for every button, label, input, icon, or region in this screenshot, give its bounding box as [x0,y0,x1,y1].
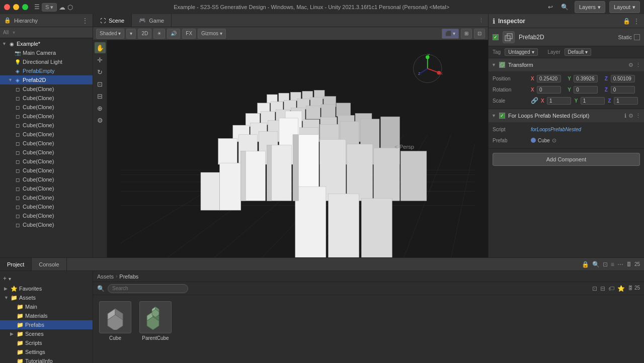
tab-game[interactable]: 🎮 Game [132,14,172,27]
list-item[interactable]: ◻Cube(Clone) [0,139,93,148]
list-item[interactable]: ◻Cube(Clone) [0,121,93,130]
menu-icon[interactable]: ☰ [34,4,40,11]
list-item[interactable]: ◻Cube(Clone) [0,84,93,94]
scene-audio-btn[interactable]: 🔊 [167,29,180,39]
minimize-btn[interactable] [13,4,19,10]
folder-item-scenes[interactable]: ▶ 📁 Scenes [0,329,93,338]
folder-item-prefabs[interactable]: 📁 Prefabs [0,320,93,329]
rotate-tool-btn[interactable]: ↻ [95,66,106,77]
position-z-input[interactable] [611,75,635,82]
add-folder-btn[interactable]: + [3,275,7,282]
maximize-btn[interactable] [22,4,28,10]
tree-item-prefab2d[interactable]: ▼ ◈ Prefab2D [0,75,93,84]
script-settings-btn[interactable]: ⚙ [628,113,633,119]
hierarchy-filter-all[interactable]: All [3,30,9,35]
transform-settings-btn[interactable]: ⚙ [628,62,633,68]
folder-item-materials[interactable]: 📁 Materials [0,311,93,320]
folder-item-main[interactable]: 📁 Main [0,302,93,311]
list-item[interactable]: ◻Cube(Clone) [0,148,93,157]
asset-tag-btn[interactable]: 🏷 [608,285,614,292]
bottom-search-btn[interactable]: 🔍 [592,261,600,268]
asset-item-cube[interactable]: Cube [97,299,133,343]
tree-item-dir-light[interactable]: 💡 Directional Light [0,57,93,66]
scene-2d-btn[interactable]: 2D [138,29,151,39]
folder-item-favorites[interactable]: ▶ ⭐ Favorites [0,284,93,293]
scene-snap-btn[interactable]: ⊡ [474,29,485,39]
scale-y-input[interactable] [581,97,605,105]
inspector-more-btn[interactable]: ⋮ [633,17,640,25]
transform-more-btn[interactable]: ⋮ [635,62,641,68]
script-info-btn[interactable]: ℹ [624,113,626,119]
scale-z-input[interactable] [614,97,638,105]
folder-item-settings[interactable]: 📁 Settings [0,347,93,356]
transform-tool-btn[interactable]: ⊕ [95,103,106,114]
asset-star-btn[interactable]: ⭐ [617,285,625,292]
hierarchy-more-btn[interactable]: ⋮ [82,17,89,25]
list-item[interactable]: ◻Cube(Clone) [0,166,93,175]
breadcrumb-assets[interactable]: Assets [97,274,114,280]
bottom-lock-btn[interactable]: 🔒 [582,261,589,268]
bottom-tree-btn[interactable]: ⋯ [617,261,623,268]
transform-component-header[interactable]: ▼ Transform ⚙ ⋮ [489,58,644,71]
move-tool-btn[interactable]: ✛ [95,54,106,65]
list-item[interactable]: ◻Cube(Clone) [0,193,93,202]
rotation-x-input[interactable] [537,86,561,94]
tag-dropdown[interactable]: Untagged ▾ [505,48,537,56]
bottom-filter-btn[interactable]: ⊡ [603,261,608,268]
active-checkbox[interactable]: ✓ [493,34,499,40]
folder-more-btn[interactable]: ▾ [9,276,11,282]
layers-dropdown[interactable]: Layers ▾ [575,1,605,13]
tree-item-example[interactable]: ▼ ◉ Example* [0,39,93,48]
layout-dropdown[interactable]: Layout ▾ [609,1,640,13]
position-y-input[interactable] [574,75,598,82]
scale-link-btn[interactable]: 🔗 [531,97,538,105]
folder-item-assets[interactable]: ▼ 📁 Assets [0,293,93,302]
list-item[interactable]: ◻Cube(Clone) [0,184,93,193]
asset-filter-btn[interactable]: ⊟ [600,285,605,292]
rotation-z-input[interactable] [611,86,635,94]
script-more-btn[interactable]: ⋮ [635,113,641,119]
folder-item-tutorial[interactable]: 📁 TutorialInfo [0,356,93,363]
scene-gizmos-dropdown[interactable]: Gizmos ▾ [198,29,226,39]
add-component-btn[interactable]: Add Component [493,153,640,166]
tab-console[interactable]: Console [32,258,66,270]
list-item[interactable]: ◻Cube(Clone) [0,103,93,112]
script-component-header[interactable]: ▼ ✓ For Loops Prefab Nested (Script) ℹ ⚙… [489,109,644,122]
list-item[interactable]: ◻Cube(Clone) [0,202,93,211]
bottom-list-btn[interactable]: ≡ [611,261,614,268]
list-item[interactable]: ◻Cube(Clone) [0,175,93,184]
inspector-lock-btn[interactable]: 🔒 [622,17,631,25]
search-input[interactable] [108,284,188,293]
scale-x-input[interactable] [547,97,571,105]
breadcrumb-prefabs[interactable]: Prefabs [119,274,138,280]
list-item[interactable]: ◻Cube(Clone) [0,220,93,229]
list-item[interactable]: ◻Cube(Clone) [0,157,93,166]
cloud-icon[interactable]: ☁ [59,4,65,11]
search-icon[interactable]: 🔍 [559,3,571,12]
prefab-select-btn[interactable]: ⊙ [552,137,556,144]
folder-item-scripts[interactable]: 📁 Scripts [0,338,93,347]
static-checkbox[interactable] [634,34,640,40]
scene-shaded-dropdown[interactable]: Shaded ▾ [96,29,124,39]
tree-item-main-camera[interactable]: 📷 Main Camera [0,48,93,57]
close-btn[interactable] [4,4,10,10]
tab-scene[interactable]: ⛶ Scene [93,14,132,27]
s-dropdown[interactable]: S ▾ [42,3,57,12]
scale-tool-btn[interactable]: ⊡ [95,78,106,89]
tree-item-prefab-empty[interactable]: ◈ PrefabEmpty [0,66,93,75]
script-active-check[interactable]: ✓ [499,113,505,119]
list-item[interactable]: ◻Cube(Clone) [0,94,93,103]
tab-more-btn[interactable]: ⋮ [474,17,488,24]
scene-view[interactable]: ✋ ✛ ↻ ⊡ ⊟ ⊕ ⚙ [93,40,488,257]
scene-light-btn[interactable]: ☀ [153,29,165,39]
layer-dropdown[interactable]: Default ▾ [565,48,592,56]
asset-view-btn[interactable]: ⊡ [592,285,597,292]
scene-grid-btn[interactable]: ⊞ [461,29,472,39]
scene-render-mode[interactable]: ⬛ ▾ [442,29,459,39]
list-item[interactable]: ◻Cube(Clone) [0,211,93,220]
list-item[interactable]: ◻Cube(Clone) [0,130,93,139]
tab-project[interactable]: Project [0,258,32,270]
undo-icon[interactable]: ↩ [546,3,555,12]
diamond-icon[interactable]: ⬡ [67,4,73,11]
position-x-input[interactable] [537,75,561,82]
